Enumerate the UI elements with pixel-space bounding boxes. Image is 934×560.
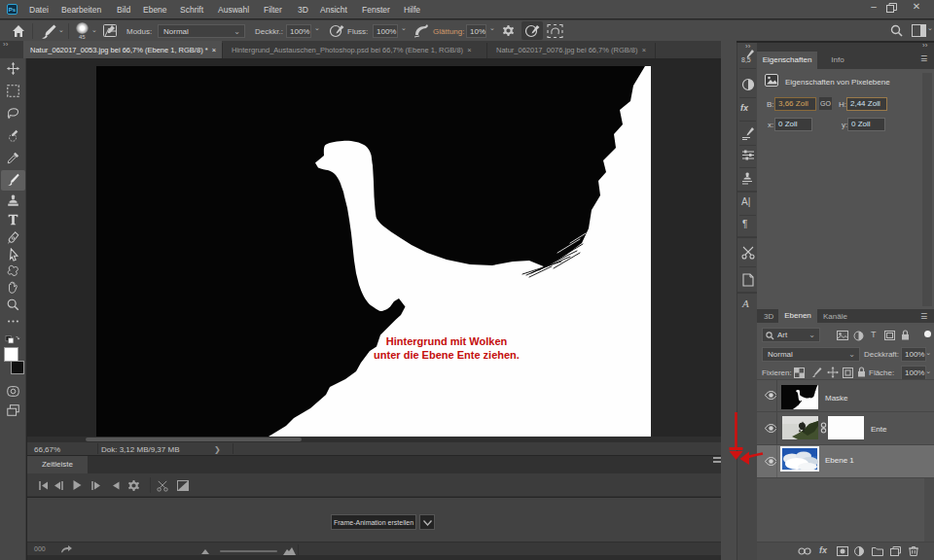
svg-text:Hintergrund mit Wolken: Hintergrund mit Wolken [386, 335, 508, 347]
svg-text:unter die Ebene Ente ziehen.: unter die Ebene Ente ziehen. [374, 349, 520, 361]
svg-text:8,5: 8,5 [741, 56, 751, 63]
